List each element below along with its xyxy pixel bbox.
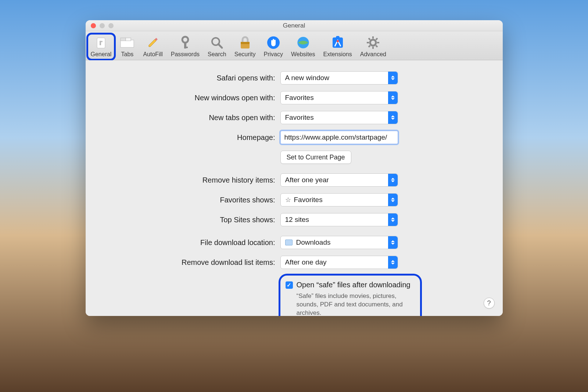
tab-label: Search [208,51,226,58]
label-new-tabs: New tabs open with: [100,114,280,122]
set-current-page-button[interactable]: Set to Current Page [280,151,351,164]
tab-general[interactable]: General [87,33,115,60]
tab-passwords[interactable]: Passwords [167,33,203,60]
chevron-updown-icon [388,72,398,84]
tab-label: Extensions [323,51,352,58]
select-download-location[interactable]: Downloads [280,236,398,249]
chevron-updown-icon [388,91,398,104]
chevron-updown-icon [388,236,398,249]
tab-label: Advanced [360,51,386,58]
svg-line-12 [218,44,222,48]
label-download-location: File download location: [100,238,280,247]
titlebar: General [86,20,503,31]
select-new-windows[interactable]: Favorites [280,91,398,104]
select-top-sites[interactable]: 12 sites [280,213,398,226]
help-button[interactable]: ? [484,298,495,309]
svg-line-23 [376,46,377,47]
svg-point-20 [337,40,339,42]
select-remove-history[interactable]: After one year [280,173,398,187]
select-opens-with[interactable]: A new window [280,71,398,84]
label-remove-downloads: Remove download list items: [100,258,280,267]
svg-rect-4 [121,38,126,41]
tab-label: Passwords [171,51,200,58]
chevron-updown-icon [388,213,398,226]
svg-point-21 [370,40,376,46]
hand-icon [266,35,281,50]
tab-search[interactable]: Search [204,33,230,60]
svg-rect-3 [121,40,134,47]
select-remove-downloads[interactable]: After one day [280,256,398,269]
select-favorites-shows[interactable]: ☆Favorites [280,193,398,206]
label-favorites-shows: Favorites shows: [100,196,280,204]
traffic-lights [91,23,114,28]
open-safe-files-label: Open “safe” files after downloading [297,281,410,289]
minimize-button[interactable] [100,23,105,28]
tab-tabs[interactable]: Tabs [116,33,139,60]
label-remove-history: Remove history items: [100,176,280,184]
pencil-icon [145,35,161,50]
tab-label: AutoFill [143,51,162,58]
close-button[interactable] [91,23,96,28]
toolbar: GeneralTabsAutoFillPasswordsSearchSecuri… [86,31,503,60]
tab-label: Security [234,51,256,58]
tab-autofill[interactable]: AutoFill [139,33,166,60]
homepage-field[interactable]: https://www.apple.com/startpage/ [280,131,398,144]
tab-privacy[interactable]: Privacy [260,33,287,60]
svg-marker-6 [149,39,156,47]
window-title: General [283,22,305,29]
tab-label: Websites [291,51,315,58]
tab-label: General [91,51,112,58]
tab-label: Privacy [264,51,283,58]
svg-rect-10 [184,47,188,48]
svg-point-8 [182,37,188,43]
tabs-icon [119,35,135,50]
puzzle-icon [330,35,345,50]
lock-icon [237,35,253,50]
open-safe-files-highlight: Open “safe” files after downloading “Saf… [280,276,420,316]
tab-extensions[interactable]: Extensions [320,33,356,60]
label-opens-with: Safari opens with: [100,74,280,82]
maximize-button[interactable] [108,23,114,28]
tab-websites[interactable]: Websites [287,33,319,60]
tab-advanced[interactable]: Advanced [356,33,390,60]
switch-icon [93,35,109,50]
globe-icon [295,35,311,50]
chevron-updown-icon [388,256,398,269]
svg-line-27 [369,38,370,40]
label-new-windows: New windows open with: [100,94,280,102]
star-icon: ☆ [285,196,291,204]
general-pane: Safari opens with: A new window New wind… [86,60,503,316]
chevron-updown-icon [388,111,398,124]
folder-icon [285,240,293,245]
chevron-updown-icon [388,174,398,186]
tab-security[interactable]: Security [231,33,259,60]
chevron-updown-icon [388,194,398,206]
open-safe-files-checkbox[interactable] [286,281,293,289]
svg-rect-14 [241,42,250,44]
svg-rect-5 [126,38,131,41]
select-new-tabs[interactable]: Favorites [280,111,398,124]
svg-point-2 [101,41,103,42]
label-homepage: Homepage: [100,133,280,142]
search-icon [209,35,225,50]
tab-label: Tabs [121,51,134,58]
open-safe-files-description: “Safe” files include movies, pictures, s… [297,292,413,316]
svg-line-29 [376,38,377,40]
label-top-sites: Top Sites shows: [100,216,280,224]
key-icon [178,35,193,50]
svg-rect-1 [100,41,101,45]
preferences-window: General GeneralTabsAutoFillPasswordsSear… [86,20,503,316]
svg-line-25 [369,46,370,47]
gear-icon [365,35,381,50]
